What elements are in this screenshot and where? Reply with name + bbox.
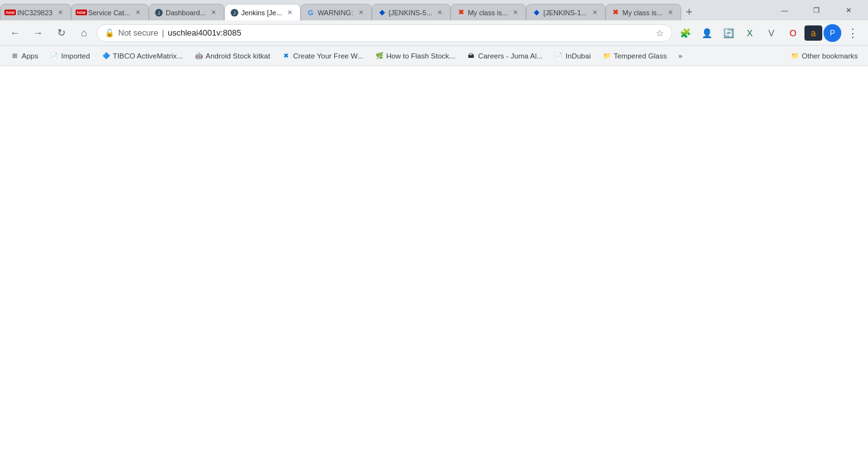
tab-dashboard[interactable]: JDashboard...✕ [149, 4, 224, 20]
bookmark-create-label: Create Your Free W... [293, 52, 363, 60]
bookmarks-bar: ⊞ Apps 📄 Imported 🔷 TIBCO ActiveMatrix..… [0, 46, 868, 66]
bookmark-tibco[interactable]: 🔷 TIBCO ActiveMatrix... [97, 50, 188, 62]
bookmark-star-icon[interactable]: ☆ [656, 28, 664, 38]
extensions-icon[interactable]: 🧩 [675, 23, 695, 43]
nav-actions: 🧩 👤 🔄 X V O a P ⋮ [675, 23, 863, 43]
tab-inc[interactable]: nowINC329823✕ [0, 4, 71, 20]
tab-jenkins-1-title: [JENKINS-1... [543, 9, 587, 17]
bookmark-apps-label: Apps [22, 52, 38, 60]
bookmark-tempered-label: Tempered Glass [614, 52, 667, 60]
forward-button[interactable]: → [28, 23, 48, 43]
protocol-label: Not secure [118, 28, 158, 38]
tab-myclass1[interactable]: ✖My class is...✕ [451, 4, 526, 20]
bookmark-flash-label: How to Flash Stock... [386, 52, 456, 60]
address-separator: | [162, 29, 164, 38]
bookmark-tibco-label: TIBCO ActiveMatrix... [113, 52, 183, 60]
tab-strip: nowINC329823✕nowService Cat...✕JDashboar… [0, 0, 765, 20]
bookmark-create[interactable]: ✖ Create Your Free W... [276, 50, 369, 62]
careers-icon: 🏔 [466, 51, 475, 60]
bookmark-tempered[interactable]: 📁 Tempered Glass [597, 50, 672, 62]
tab-inc-favicon: now [6, 8, 15, 17]
bookmark-other-label: Other bookmarks [802, 52, 858, 60]
tab-jenkins-active-title: Jenkins [Je... [241, 9, 282, 17]
bookmark-careers[interactable]: 🏔 Careers - Juma Al... [461, 50, 548, 62]
create-icon: ✖ [281, 51, 290, 60]
maximize-button[interactable]: ❐ [802, 0, 831, 20]
other-bookmarks-icon: 📁 [790, 51, 799, 60]
title-bar: nowINC329823✕nowService Cat...✕JDashboar… [0, 0, 868, 20]
tab-jenkins-5-title: [JENKINS-5... [389, 9, 432, 17]
tab-service-favicon: now [77, 8, 86, 17]
bookmark-other[interactable]: 📁 Other bookmarks [785, 50, 863, 62]
flash-icon: 🌿 [375, 51, 384, 60]
url-text: uschleai4001v:8085 [168, 28, 652, 38]
bookmark-apps[interactable]: ⊞ Apps [5, 50, 43, 62]
bookmark-indubai-label: InDubai [566, 52, 591, 60]
bookmark-android-label: Android Stock kitkat [206, 52, 271, 60]
tab-jenkins-active[interactable]: JJenkins [Je...✕ [224, 4, 301, 20]
svg-text:J: J [158, 11, 160, 15]
tab-jenkins-5[interactable]: ◆[JENKINS-5...✕ [372, 4, 451, 20]
vimeo-icon[interactable]: V [761, 23, 782, 43]
tab-warning-favicon: G [306, 8, 315, 17]
bookmark-flash[interactable]: 🌿 How to Flash Stock... [370, 50, 461, 62]
opera-icon[interactable]: O [783, 23, 803, 43]
bookmark-android[interactable]: 🤖 Android Stock kitkat [189, 50, 276, 62]
svg-text:J: J [233, 11, 236, 15]
refresh-button[interactable]: ↻ [51, 23, 71, 43]
tab-myclass2[interactable]: ✖My class is...✕ [606, 4, 681, 20]
tab-warning-close[interactable]: ✕ [356, 8, 366, 18]
tab-dashboard-favicon: J [154, 8, 163, 17]
tab-service-close[interactable]: ✕ [133, 8, 143, 18]
tab-jenkins-5-close[interactable]: ✕ [435, 8, 445, 18]
tab-myclass1-title: My class is... [468, 9, 508, 17]
tab-service-title: Service Cat... [88, 9, 130, 17]
android-icon: 🤖 [194, 51, 203, 60]
tab-dashboard-close[interactable]: ✕ [208, 8, 219, 18]
tab-jenkins-5-favicon: ◆ [377, 8, 386, 17]
account-icon[interactable]: 👤 [696, 23, 717, 43]
tibco-icon: 🔷 [102, 51, 111, 60]
back-button[interactable]: ← [5, 23, 25, 43]
excel-icon[interactable]: X [740, 23, 760, 43]
tab-jenkins-1-favicon: ◆ [532, 8, 541, 17]
tab-jenkins-1-close[interactable]: ✕ [590, 8, 600, 18]
tab-dashboard-title: Dashboard... [166, 9, 206, 17]
bookmark-imported-label: Imported [61, 52, 90, 60]
tab-myclass2-favicon: ✖ [611, 8, 620, 17]
bookmark-more[interactable]: » [673, 50, 687, 62]
tab-myclass1-favicon: ✖ [456, 8, 465, 17]
menu-button[interactable]: ⋮ [843, 23, 863, 43]
apps-icon: ⊞ [10, 51, 19, 60]
tab-warning[interactable]: GWARNING:✕ [301, 4, 372, 20]
tab-service[interactable]: nowService Cat...✕ [71, 4, 149, 20]
indubai-icon: 📄 [554, 51, 563, 60]
more-bookmarks-label: » [678, 52, 682, 60]
tempered-icon: 📁 [602, 51, 611, 60]
close-button[interactable]: ✕ [834, 0, 863, 20]
tab-jenkins-1[interactable]: ◆[JENKINS-1...✕ [526, 4, 605, 20]
minimize-button[interactable]: — [770, 0, 799, 20]
bookmark-indubai[interactable]: 📄 InDubai [549, 50, 596, 62]
lock-icon: 🔓 [105, 29, 114, 38]
tab-warning-title: WARNING: [318, 9, 353, 17]
new-tab-button[interactable]: + [681, 4, 698, 20]
tab-inc-close[interactable]: ✕ [55, 8, 65, 18]
address-bar[interactable]: 🔓 Not secure | uschleai4001v:8085 ☆ [97, 24, 672, 42]
sync-icon[interactable]: 🔄 [718, 23, 738, 43]
tab-jenkins-active-close[interactable]: ✕ [285, 8, 295, 18]
page-content [0, 66, 868, 466]
tab-myclass2-close[interactable]: ✕ [665, 8, 675, 18]
window-controls: — ❐ ✕ [765, 0, 868, 20]
imported-icon: 📄 [50, 51, 58, 60]
amazon-icon[interactable]: a [804, 25, 822, 41]
home-button[interactable]: ⌂ [74, 23, 94, 43]
tab-inc-title: INC329823 [17, 9, 53, 17]
tab-jenkins-active-favicon: J [230, 8, 239, 17]
profile-button[interactable]: P [824, 24, 841, 42]
tab-myclass1-close[interactable]: ✕ [510, 8, 520, 18]
tab-myclass2-title: My class is... [623, 9, 663, 17]
nav-bar: ← → ↻ ⌂ 🔓 Not secure | uschleai4001v:808… [0, 20, 868, 46]
bookmark-careers-label: Careers - Juma Al... [478, 52, 543, 60]
bookmark-imported[interactable]: 📄 Imported [44, 50, 95, 62]
